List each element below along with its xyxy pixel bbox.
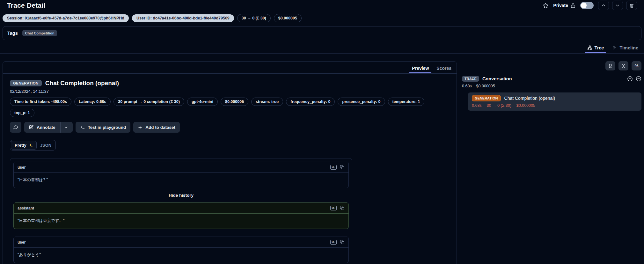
- format-pretty-label: Pretty: [15, 143, 26, 148]
- toggle-knob: [581, 3, 587, 8]
- comment-button[interactable]: [10, 122, 21, 133]
- message-role: assistant: [18, 206, 34, 210]
- observation-preview-card: Preview Scores GENERATION Chat Completio…: [3, 61, 457, 264]
- hide-history-button[interactable]: Hide history: [13, 193, 349, 198]
- tab-timeline[interactable]: Timeline: [612, 45, 638, 53]
- tree-connector-line: [464, 81, 464, 101]
- message-assistant: assistant M↓ "日本の首都は東京です。": [13, 202, 349, 229]
- delete-trace-button[interactable]: [626, 1, 637, 10]
- copy-icon[interactable]: [340, 240, 345, 245]
- next-trace-button[interactable]: [612, 1, 623, 10]
- copy-icon[interactable]: [340, 165, 345, 170]
- session-badge[interactable]: Session: 01aaacf6-e0fe-457d-a7de-7c1ee08…: [3, 14, 129, 22]
- message-user-1: user M↓ "日本の首都は? ": [13, 162, 349, 188]
- trace-cost: $0.000005: [476, 84, 495, 88]
- button-divider: [60, 122, 61, 133]
- add-to-dataset-button[interactable]: Add to dataset: [133, 122, 180, 133]
- markdown-toggle-icon[interactable]: M↓: [330, 240, 337, 245]
- observation-type-badge: GENERATION: [10, 80, 42, 86]
- tree-controls: %: [462, 61, 641, 70]
- message-content: "日本の首都は東京です。": [14, 214, 348, 229]
- page-title: Trace Detail: [7, 2, 45, 9]
- award-icon: [608, 63, 613, 68]
- trace-id-badges: Session: 01aaacf6-e0fe-457d-a7de-7c1ee08…: [0, 11, 644, 25]
- markdown-toggle-icon[interactable]: M↓: [330, 206, 337, 210]
- percent-icon: %: [635, 63, 639, 68]
- generation-latency: 0.68s: [472, 103, 482, 108]
- message-role: user: [18, 165, 26, 170]
- tags-label: Tags: [7, 31, 18, 36]
- test-in-playground-label: Test in playground: [88, 125, 126, 130]
- generation-name: Chat Completion (openai): [504, 96, 555, 101]
- chevron-down-icon: [615, 3, 620, 8]
- generation-cost: $0.000005: [516, 103, 535, 108]
- chevron-up-icon: [601, 3, 606, 8]
- trace-name: Conversation: [482, 76, 512, 81]
- privacy-label: Private: [553, 3, 568, 8]
- message-content: "ありがとう": [14, 248, 348, 263]
- meta-badge-model[interactable]: gpt-4o-mini: [187, 98, 218, 106]
- tags-section: Tags Chat Competition: [3, 26, 641, 40]
- observation-title: Chat Completion (openai): [45, 80, 119, 87]
- format-toggle: Pretty JSON: [10, 140, 56, 150]
- annotate-pencil-icon: [29, 125, 34, 130]
- tab-preview[interactable]: Preview: [412, 66, 429, 73]
- tab-timeline-label: Timeline: [619, 45, 638, 50]
- tab-scores[interactable]: Scores: [436, 66, 451, 73]
- meta-badge-cost: $0.000005: [221, 98, 248, 106]
- lock-icon: [570, 3, 576, 8]
- tag-chip[interactable]: Chat Competition: [22, 30, 57, 36]
- add-to-dataset-label: Add to dataset: [145, 125, 175, 130]
- trace-type-badge: TRACE: [462, 76, 479, 82]
- format-json-segment[interactable]: JSON: [37, 141, 55, 149]
- meta-badge-frequency-penalty: frequency_penalty: 0: [286, 98, 335, 106]
- tab-tree[interactable]: Tree: [587, 45, 604, 53]
- toggle-metrics-button[interactable]: %: [632, 61, 641, 70]
- generation-metrics: 0.68s 30 → 0 (Σ 30) $0.000005: [472, 103, 638, 108]
- meta-badge-top-p: top_p: 1: [10, 109, 34, 117]
- collapse-node-icon[interactable]: [636, 76, 641, 82]
- timeline-icon: [612, 45, 617, 50]
- meta-badge-presence-penalty: presence_penalty: 0: [338, 98, 385, 106]
- trace-node[interactable]: TRACE Conversation: [462, 76, 641, 82]
- cost-badge: $0.000005: [274, 14, 302, 22]
- meta-badge-stream: stream: true: [251, 98, 283, 106]
- message-role: user: [18, 240, 26, 245]
- meta-badge-temperature: temperature: 1: [388, 98, 425, 106]
- user-id-badge[interactable]: User ID: dc47a41e-06bc-400d-bde1-f0e440d…: [132, 14, 234, 22]
- message-content: "日本の首都は? ": [14, 173, 348, 188]
- trash-icon: [629, 3, 634, 8]
- tree-icon: [587, 45, 592, 50]
- view-tabs: Tree Timeline: [0, 40, 644, 54]
- bookmark-star-icon[interactable]: [543, 3, 549, 9]
- toggle-scores-button[interactable]: [605, 61, 615, 70]
- plus-icon: [138, 125, 143, 130]
- trace-latency: 0.68s: [462, 84, 472, 88]
- format-pretty-segment[interactable]: Pretty: [11, 141, 37, 150]
- annotate-dropdown-chevron-icon: [64, 125, 68, 129]
- copy-icon[interactable]: [340, 206, 345, 210]
- message-user-2: user M↓ "ありがとう": [13, 237, 349, 263]
- test-in-playground-button[interactable]: Test in playground: [76, 122, 131, 133]
- meta-badge-tokens: 30 prompt → 0 completion (Σ 30): [113, 98, 184, 106]
- terminal-icon: [80, 125, 85, 130]
- observation-timestamp: 02/12/2024, 14:11:37: [10, 89, 450, 94]
- observation-meta-badges: Time to first token: -498.00s Latency: 0…: [10, 98, 450, 117]
- generation-node-selected[interactable]: GENERATION Chat Completion (openai) 0.68…: [468, 92, 641, 111]
- markdown-toggle-icon[interactable]: M↓: [330, 165, 337, 170]
- page-header: Trace Detail Private: [0, 0, 644, 11]
- trace-metrics: 0.68s $0.000005: [462, 84, 641, 88]
- collapse-all-button[interactable]: [618, 61, 628, 70]
- sparkles-icon: [28, 143, 33, 148]
- generation-tokens: 30 → 0 (Σ 30): [487, 103, 511, 108]
- privacy-status: Private: [553, 3, 576, 8]
- meta-badge-latency: Latency: 0.68s: [74, 98, 111, 106]
- comment-icon: [13, 125, 18, 130]
- trace-tree-panel: % TRACE Conversation 0.68s $0.000005 GEN…: [462, 61, 641, 111]
- previous-trace-button[interactable]: [598, 1, 609, 10]
- annotate-button[interactable]: Annotate: [24, 122, 73, 133]
- meta-badge-ttft: Time to first token: -498.00s: [10, 98, 71, 106]
- expand-all-icon[interactable]: [627, 76, 633, 82]
- public-toggle[interactable]: [580, 2, 594, 9]
- token-usage-badge: 30 → 0 (Σ 30): [237, 14, 271, 22]
